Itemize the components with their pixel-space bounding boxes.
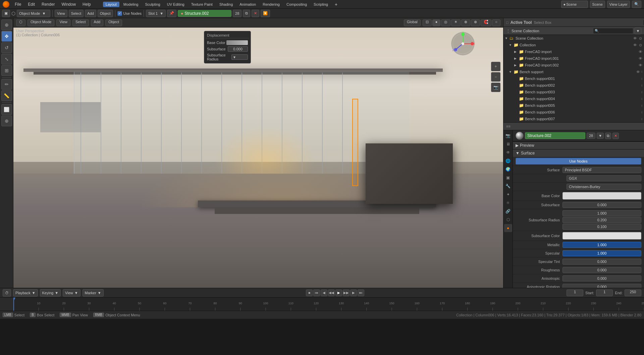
props-tab-physics[interactable]: ⚛ xyxy=(504,199,512,207)
distribution-selector[interactable]: GGX xyxy=(567,175,641,181)
object-menu-btn[interactable]: Object xyxy=(98,10,113,17)
viewport[interactable]: ⬡ Object Mode View Select Add Object Glo… xyxy=(13,18,503,288)
use-nodes-checkbox[interactable]: ✓ Use Nodes xyxy=(117,11,142,16)
transform-tool[interactable]: ⊞ xyxy=(1,65,12,76)
step-back-btn[interactable]: ◀ xyxy=(321,290,327,296)
overlay-btn[interactable]: ⊕ xyxy=(461,19,470,26)
use-nodes-btn[interactable]: Use Nodes xyxy=(516,158,641,165)
menu-render[interactable]: Render xyxy=(39,1,57,7)
workspace-sculpting[interactable]: Sculpting xyxy=(142,2,163,7)
viewport-mode-selector[interactable]: Object Mode xyxy=(28,19,54,26)
props-tab-object[interactable]: ▣ xyxy=(504,174,512,182)
add-workspace-btn[interactable]: + xyxy=(332,1,340,8)
scale-tool[interactable]: ⤡ xyxy=(1,54,12,64)
camera-btn[interactable]: 📷 xyxy=(491,83,500,92)
material-name-input[interactable]: ● Structure.002 xyxy=(178,10,231,17)
anisotropic-value[interactable]: 0.000 xyxy=(562,275,641,281)
material-delete-btn[interactable]: ✕ xyxy=(252,10,259,17)
tree-bench-001[interactable]: 📁 Bench support001 ↕ xyxy=(503,75,644,82)
specular-value[interactable]: 1.000 xyxy=(562,250,641,256)
end-frame-input[interactable]: 250 xyxy=(625,290,641,296)
material-copy-btn[interactable]: ⧉ xyxy=(243,10,250,17)
search-btn[interactable]: 🔍 xyxy=(632,1,641,8)
workspace-shading[interactable]: Shading xyxy=(217,2,235,7)
tree-freecad-001[interactable]: ▶ 📁 FreeCAD import.001 👁 xyxy=(503,55,644,62)
move-tool[interactable]: ✥ xyxy=(1,31,12,42)
playback-menu[interactable]: Playback ▼ xyxy=(13,289,38,297)
material-name-field[interactable]: Structure.002 xyxy=(525,132,585,139)
shading-solid-btn[interactable]: ● xyxy=(432,19,441,26)
proportional-btn[interactable]: ○ xyxy=(492,19,500,26)
annotate-tool[interactable]: ✏ xyxy=(1,79,12,90)
tree-freecad-import[interactable]: ▶ 📁 FreeCAD import 👁 xyxy=(503,48,644,55)
base-color-bar[interactable] xyxy=(226,40,248,45)
shading-material-btn[interactable]: ◎ xyxy=(441,19,450,26)
shading-wireframe-btn[interactable]: ⊡ xyxy=(423,19,432,26)
select-menu-btn[interactable]: Select xyxy=(69,10,84,17)
subsurface-radius-x[interactable]: 1.000 xyxy=(562,210,641,216)
props-tab-modifier[interactable]: 🔧 xyxy=(504,182,512,190)
props-tab-data[interactable]: ⬡ xyxy=(504,216,512,224)
tree-bench-007[interactable]: 📁 Bench support007 ↕ xyxy=(503,116,644,122)
specular-tint-value[interactable]: 0.000 xyxy=(562,259,641,265)
view-menu-btn[interactable]: View xyxy=(55,10,67,17)
engine-selector[interactable]: ● Scene xyxy=(561,1,588,8)
workspace-rendering[interactable]: Rendering xyxy=(260,2,282,7)
shading-render-btn[interactable]: ☀ xyxy=(451,19,461,26)
mat-browse-btn[interactable]: ▼ xyxy=(597,133,604,139)
add-object-tool[interactable]: ⊕ xyxy=(1,116,12,126)
props-tab-constraints[interactable]: 🔗 xyxy=(504,207,512,215)
menu-file[interactable]: File xyxy=(12,1,24,7)
play-btn[interactable]: ▶ xyxy=(335,290,342,296)
play-back-btn[interactable]: ◀◀ xyxy=(328,290,335,296)
props-tab-world[interactable]: 🌍 xyxy=(504,165,512,173)
outliner-search[interactable] xyxy=(593,28,633,34)
tree-bench-002[interactable]: 📁 Bench support002 ↕ xyxy=(503,82,644,89)
slot-selector[interactable]: Slot 1 ▼ xyxy=(146,10,166,17)
tree-freecad-002[interactable]: ▶ 📁 FreeCAD import.002 👁 xyxy=(503,62,644,69)
props-tab-output[interactable]: 🖥 xyxy=(504,140,512,148)
material-browse-btn[interactable]: 🔽 xyxy=(261,10,270,17)
next-keyframe-btn[interactable]: ⏭ xyxy=(358,290,364,296)
workspace-layout[interactable]: Layout xyxy=(103,2,119,7)
roughness-value[interactable]: 0.000 xyxy=(562,267,641,273)
workspace-uv[interactable]: UV Editing xyxy=(164,2,187,7)
subsurface-radius-y[interactable]: 0.200 xyxy=(562,217,641,223)
subsurface-radius-z[interactable]: 0.100 xyxy=(562,224,641,230)
tree-bench-004[interactable]: 📁 Bench support004 ↕ xyxy=(503,95,644,102)
tree-bench-support[interactable]: ▼ 📁 Bench support 👁 ↕ xyxy=(503,69,644,75)
cursor-tool[interactable]: ⊕ xyxy=(1,19,12,30)
tree-bench-005[interactable]: 📁 Bench support005 ↕ xyxy=(503,102,644,109)
measure-tool[interactable]: 📏 xyxy=(1,90,12,101)
base-color-value[interactable] xyxy=(562,192,641,199)
subsurface-method-selector[interactable]: Christensen-Burley xyxy=(567,184,641,190)
stop-btn[interactable]: ■ xyxy=(306,290,313,296)
filter-icon[interactable]: ▼ xyxy=(635,28,641,34)
nav-gizmo[interactable]: X Y Z xyxy=(449,30,476,57)
viewport-object-menu[interactable]: Object xyxy=(105,19,122,26)
workspace-texture-paint[interactable]: Texture Paint xyxy=(189,2,215,7)
viewlayer-selector[interactable]: View Layer xyxy=(607,1,630,8)
add-menu-btn[interactable]: Add xyxy=(85,10,96,17)
props-tab-view[interactable]: 👁 xyxy=(504,148,512,157)
add-cube-tool[interactable]: ⬜ xyxy=(1,104,12,115)
timeline-track[interactable]: 1 1 10 20 30 40 50 xyxy=(13,298,644,311)
workspace-animation[interactable]: Animation xyxy=(237,2,259,7)
subsurface-value[interactable]: 0.000 xyxy=(228,46,248,52)
tree-scene-collection[interactable]: ▼ 🗂 Scene Collection 👁 ⊙ xyxy=(503,35,644,42)
subsurface-color-value[interactable] xyxy=(562,232,641,239)
surface-section-header[interactable]: ▼ Surface xyxy=(513,149,644,157)
properties-drag-handle[interactable]: ≡≡ xyxy=(506,124,511,128)
workspace-compositing[interactable]: Compositing xyxy=(284,2,310,7)
scene-selector[interactable]: Scene xyxy=(590,1,605,8)
props-tab-particles[interactable]: ✦ xyxy=(504,190,512,198)
tree-bench-006[interactable]: 📁 Bench support006 ↕ xyxy=(503,109,644,116)
rotate-tool[interactable]: ↺ xyxy=(1,42,12,53)
workspace-modeling[interactable]: Modeling xyxy=(121,2,141,7)
snap-btn[interactable]: 🧲 xyxy=(481,19,491,26)
viewport-add-menu[interactable]: Add xyxy=(91,19,104,26)
prev-keyframe-btn[interactable]: ⏮ xyxy=(313,290,320,296)
object-mode-selector[interactable]: Object Mode ▼ xyxy=(17,10,50,17)
mat-copy-btn[interactable]: ⧉ xyxy=(605,133,611,139)
workspace-scripting[interactable]: Scripting xyxy=(311,2,331,7)
